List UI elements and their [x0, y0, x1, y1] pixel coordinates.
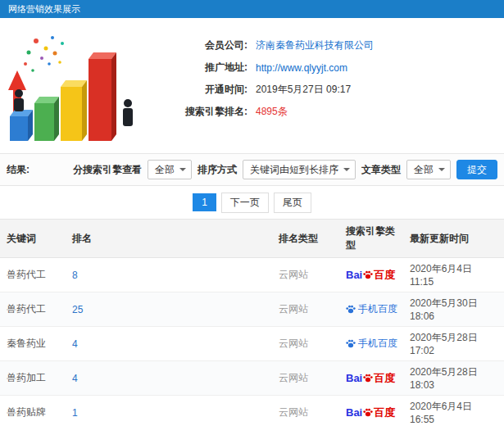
engine-cell: 手机百度: [339, 327, 403, 361]
bars: [10, 52, 116, 141]
rank-link[interactable]: 4: [72, 373, 78, 384]
column-header: 排名类型: [272, 220, 339, 258]
open-time-label: 开通时间:: [144, 83, 247, 97]
sort-select[interactable]: 关键词由短到长排序: [243, 160, 356, 179]
table-row: 秦鲁药业4云网站手机百度2020年5月28日 17:02: [0, 327, 504, 361]
article-type-value: 全部: [414, 164, 434, 175]
rank-type-cell: 云网站: [272, 396, 339, 426]
info-section: 会员公司: 济南秦鲁药业科技有限公司 推广地址: http://www.qlyy…: [0, 18, 504, 153]
time-cell: 2020年5月28日 17:02: [403, 327, 504, 361]
rank-link[interactable]: 8: [72, 270, 78, 281]
rank-count-value: 4895条: [256, 105, 288, 119]
submit-button[interactable]: 提交: [456, 160, 497, 179]
rank-count-label: 搜索引擎排名:: [144, 105, 247, 119]
paw-icon: [363, 374, 373, 383]
sort-select-value: 关键词由短到长排序: [250, 164, 338, 175]
rank-type-cell: 云网站: [272, 258, 339, 292]
engine-cell: Bai百度: [339, 361, 403, 396]
results-table: 关键词排名排名类型搜索引擎类型最新更新时间 兽药代工8云网站Bai百度2020年…: [0, 219, 504, 426]
open-time-row: 开通时间: 2019年5月27日 09:17: [144, 79, 374, 101]
column-header: 排名: [66, 220, 272, 258]
baidu-logo: Bai百度: [346, 371, 395, 386]
filter-controls: 分搜索引擎查看 全部 排序方式 关键词由短到长排序 文章类型 全部 提交: [73, 160, 497, 179]
baidu-logo: Bai百度: [346, 406, 395, 420]
promo-url-link[interactable]: http://www.qlyyjt.com: [256, 62, 347, 74]
keyword-cell: 兽药加工: [0, 361, 66, 396]
rank-link[interactable]: 25: [72, 304, 83, 315]
table-header-row: 关键词排名排名类型搜索引擎类型最新更新时间: [0, 220, 504, 258]
time-cell: 2020年6月4日 16:55: [403, 396, 504, 426]
marketing-chart-image: [3, 28, 144, 147]
mobile-baidu-logo: 手机百度: [346, 302, 397, 316]
rank-cell: 1: [66, 396, 272, 426]
filter-bar: 结果: 分搜索引擎查看 全部 排序方式 关键词由短到长排序 文章类型 全部 提交: [0, 153, 504, 186]
paw-icon: [363, 270, 373, 279]
baidu-logo: Bai百度: [346, 268, 395, 283]
engine-cell: Bai百度: [339, 396, 403, 426]
column-header: 关键词: [0, 220, 66, 258]
mobile-baidu-logo: 手机百度: [346, 337, 397, 351]
time-cell: 2020年5月30日 18:06: [403, 292, 504, 327]
results-table-body: 兽药代工8云网站Bai百度2020年6月4日 11:15兽药代工25云网站手机百…: [0, 258, 504, 426]
engine-filter-label: 分搜索引擎查看: [73, 163, 142, 177]
promo-url-label: 推广地址:: [144, 61, 247, 75]
result-label: 结果:: [7, 163, 30, 177]
chart-clipart-svg: [3, 28, 144, 147]
engine-filter-value: 全部: [155, 164, 175, 175]
table-row: 兽药代工25云网站手机百度2020年5月30日 18:06: [0, 292, 504, 327]
keyword-cell: 兽药代工: [0, 292, 66, 327]
page: 网络营销效果展示: [0, 0, 504, 426]
time-cell: 2020年6月4日 11:15: [403, 258, 504, 292]
next-page-button[interactable]: 下一页: [221, 193, 269, 213]
paw-icon: [363, 408, 373, 417]
rank-cell: 4: [66, 361, 272, 396]
time-cell: 2020年5月28日 18:03: [403, 361, 504, 396]
promo-url-row: 推广地址: http://www.qlyyjt.com: [144, 57, 374, 79]
rank-count-row: 搜索引擎排名: 4895条: [144, 101, 374, 123]
table-row: 兽药加工4云网站Bai百度2020年5月28日 18:03: [0, 361, 504, 396]
engine-cell: Bai百度: [339, 258, 403, 292]
engine-cell: 手机百度: [339, 292, 403, 327]
confetti-dots: [24, 36, 64, 72]
keyword-cell: 兽药代工: [0, 258, 66, 292]
rank-link[interactable]: 1: [72, 407, 78, 419]
keyword-cell: 秦鲁药业: [0, 327, 66, 361]
rank-link[interactable]: 4: [72, 338, 78, 350]
rank-cell: 4: [66, 327, 272, 361]
article-type-select[interactable]: 全部: [406, 160, 451, 179]
column-header: 搜索引擎类型: [339, 220, 403, 258]
article-type-label: 文章类型: [361, 163, 401, 177]
page-title: 网络营销效果展示: [8, 4, 80, 14]
keyword-cell: 兽药贴牌: [0, 396, 66, 426]
last-page-button[interactable]: 尾页: [274, 193, 311, 213]
paw-icon: [346, 339, 356, 348]
rank-type-cell: 云网站: [272, 361, 339, 396]
businessman-right: [123, 99, 133, 126]
column-header: 最新更新时间: [403, 220, 504, 258]
table-row: 兽药代工8云网站Bai百度2020年6月4日 11:15: [0, 258, 504, 292]
table-row: 兽药贴牌1云网站Bai百度2020年6月4日 16:55: [0, 396, 504, 426]
rank-cell: 8: [66, 258, 272, 292]
info-fields: 会员公司: 济南秦鲁药业科技有限公司 推广地址: http://www.qlyy…: [144, 28, 374, 147]
sort-label: 排序方式: [198, 163, 237, 177]
businessman-left: [14, 89, 24, 111]
company-label: 会员公司:: [144, 39, 247, 52]
paw-icon: [346, 305, 356, 314]
page-title-bar: 网络营销效果展示: [0, 0, 504, 18]
rank-type-cell: 云网站: [272, 327, 339, 361]
company-link[interactable]: 济南秦鲁药业科技有限公司: [256, 39, 374, 52]
engine-filter-select[interactable]: 全部: [148, 160, 192, 179]
rank-cell: 25: [66, 292, 272, 327]
company-row: 会员公司: 济南秦鲁药业科技有限公司: [144, 34, 374, 57]
page-1-button[interactable]: 1: [193, 193, 216, 211]
rank-type-cell: 云网站: [272, 292, 339, 327]
pagination: 1 下一页 尾页: [0, 186, 504, 219]
open-time-value: 2019年5月27日 09:17: [256, 83, 351, 97]
